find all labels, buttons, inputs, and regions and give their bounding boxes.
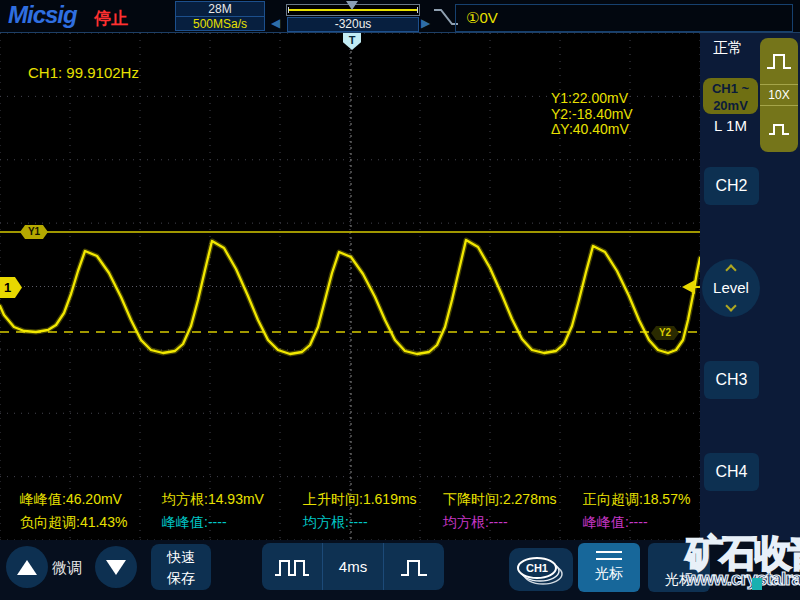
pan-left-arrow[interactable]: ◀ [271, 16, 280, 30]
pulse-icon[interactable] [760, 106, 798, 152]
measurement-overshoot-pos: 正向超调:18.57% [583, 491, 690, 509]
oscilloscope-screen: Micsig 停止 28M 500MSa/s ◀ -320us ▶ ①0V CH… [0, 0, 800, 600]
fine-tune-down-button[interactable] [95, 546, 137, 588]
memory-depth: 28M [176, 2, 264, 17]
pulse-train-icon [274, 555, 310, 579]
cursor-button-active[interactable]: 光标 [578, 543, 640, 592]
channel1-scale-button[interactable]: CH1 ~ 20mV [703, 78, 758, 114]
measurement-pkpk: 峰峰值:46.20mV [20, 491, 122, 509]
quick-save-label-1: 快速 [151, 547, 211, 568]
slider-left-cap [288, 7, 289, 13]
channel-stack-icon: CH1 [515, 553, 567, 587]
trigger-level-readout[interactable]: ①0V [455, 4, 793, 32]
frequency-readout: CH1: 99.9102Hz [28, 64, 139, 81]
trigger-source-button[interactable]: CH1 [509, 548, 573, 591]
measurement-overshoot-neg: 负向超调:41.43% [20, 514, 127, 532]
micsig-logo: Micsig [8, 1, 77, 29]
triangle-down-icon [106, 560, 126, 575]
y1-cursor-handle[interactable]: Y1 [20, 225, 48, 239]
right-sidebar: 正常 10X CH1 ~ 20mV L 1M CH2 Level CH3 CH4 [700, 33, 800, 600]
cursor-lines-icon [596, 551, 622, 560]
pan-right-arrow[interactable]: ▶ [421, 16, 430, 30]
probe-attenuation-label: 10X [760, 84, 798, 106]
y2-cursor-handle[interactable]: Y2 [651, 326, 679, 340]
quick-save-button[interactable]: 快速 保存 [151, 544, 211, 590]
fine-tune-up-button[interactable] [6, 546, 48, 588]
fine-tune-label: 微调 [52, 559, 82, 578]
timebase-group: 4ms [262, 543, 444, 590]
slider-right-cap [417, 7, 418, 13]
trigger-level-knob[interactable]: Level [702, 259, 760, 317]
trigger-mode-label: 正常 [713, 39, 743, 58]
slider-pointer-icon[interactable] [346, 1, 358, 10]
bottom-bar: 微调 快速 保存 4ms CH1 光标 光标 [0, 540, 800, 600]
quick-save-label-2: 保存 [151, 568, 211, 589]
coupling-impedance-label: L 1M [703, 117, 758, 134]
timebase-readout[interactable]: 4ms [322, 543, 383, 590]
pulse-icon[interactable] [760, 38, 798, 84]
acquisition-info-box[interactable]: 28M 500MSa/s [175, 1, 265, 31]
measurement-rise-time: 上升时间:1.619ms [303, 491, 417, 509]
horizontal-position-readout[interactable]: -320us [287, 17, 419, 32]
cursor-button-secondary[interactable]: 光标 [648, 543, 710, 592]
sample-rate: 500MSa/s [176, 17, 264, 31]
channel2-button[interactable]: CH2 [704, 167, 759, 205]
measurement-rms: 均方根:14.93mV [162, 491, 264, 509]
measurement-fall-time: 下降时间:2.278ms [443, 491, 557, 509]
pulse-icon [400, 555, 428, 579]
cursor-measurement-readout: Y1:22.00mV Y2:-18.40mV ΔY:40.40mV [551, 91, 633, 138]
measurement-ch2-pkpk: 峰峰值:---- [162, 514, 227, 532]
measurement-ch3-pkpk: 峰峰值:---- [583, 514, 648, 532]
svg-text:CH1: CH1 [526, 562, 548, 574]
channel4-button[interactable]: CH4 [704, 453, 759, 491]
triangle-up-icon [17, 560, 37, 575]
channel1-scale: 20mV [703, 97, 758, 114]
measurement-ch2-rms: 均方根:---- [303, 514, 368, 532]
probe-wave-selector[interactable]: 10X [760, 38, 798, 152]
zoom-out-pulse-button[interactable] [262, 543, 322, 590]
cursor-button-label: 光标 [578, 565, 640, 583]
zoom-in-pulse-button[interactable] [383, 543, 444, 590]
run-state-stopped[interactable]: 停止 [94, 7, 128, 30]
top-bar: Micsig 停止 28M 500MSa/s ◀ -320us ▶ ①0V [0, 0, 800, 33]
measurement-ch3-rms: 均方根:---- [443, 514, 508, 532]
channel1-label: CH1 ~ [703, 80, 758, 97]
channel3-button[interactable]: CH3 [704, 361, 759, 399]
